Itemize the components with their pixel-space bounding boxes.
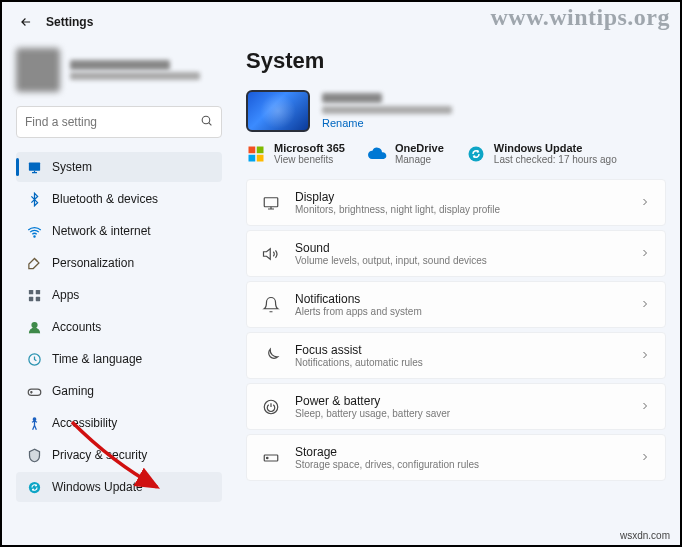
svg-rect-17 (264, 197, 278, 206)
watermark-footer: wsxdn.com (620, 530, 670, 541)
sidebar-item-accessibility[interactable]: Accessibility (16, 408, 222, 438)
sidebar-item-windows-update[interactable]: Windows Update (16, 472, 222, 502)
device-image (246, 90, 310, 132)
windows-update-tile-icon (466, 144, 486, 164)
gaming-icon (26, 383, 42, 399)
profile-name (70, 60, 170, 70)
card-sub: Storage space, drives, configuration rul… (295, 459, 625, 470)
svg-point-10 (33, 417, 36, 420)
svg-rect-4 (35, 289, 39, 293)
device-info: Rename (246, 90, 666, 132)
tile-windows-update[interactable]: Windows Update Last checked: 17 hours ag… (466, 142, 617, 165)
card-sound[interactable]: Sound Volume levels, output, input, soun… (246, 230, 666, 277)
tile-title: OneDrive (395, 142, 444, 154)
sidebar-item-personalization[interactable]: Personalization (16, 248, 222, 278)
sidebar-item-apps[interactable]: Apps (16, 280, 222, 310)
network-icon (26, 223, 42, 239)
sidebar-item-label: Network & internet (52, 224, 151, 238)
sidebar: System Bluetooth & devices Network & int… (2, 38, 232, 545)
chevron-right-icon (639, 449, 651, 467)
svg-rect-14 (249, 154, 256, 161)
sidebar-item-label: Accessibility (52, 416, 117, 430)
tile-sub: Manage (395, 154, 444, 165)
card-sub: Monitors, brightness, night light, displ… (295, 204, 625, 215)
tile-microsoft-365[interactable]: Microsoft 365 View benefits (246, 142, 345, 165)
chevron-right-icon (639, 296, 651, 314)
accessibility-icon (26, 415, 42, 431)
privacy-icon (26, 447, 42, 463)
avatar (16, 48, 60, 92)
sidebar-item-system[interactable]: System (16, 152, 222, 182)
svg-rect-6 (35, 296, 39, 300)
card-display[interactable]: Display Monitors, brightness, night ligh… (246, 179, 666, 226)
card-notifications[interactable]: Notifications Alerts from apps and syste… (246, 281, 666, 328)
tile-title: Microsoft 365 (274, 142, 345, 154)
focus-assist-icon (261, 346, 281, 366)
sidebar-item-gaming[interactable]: Gaming (16, 376, 222, 406)
notifications-icon (261, 295, 281, 315)
card-sub: Alerts from apps and system (295, 306, 625, 317)
sidebar-nav: System Bluetooth & devices Network & int… (16, 152, 222, 502)
svg-point-11 (28, 481, 39, 492)
chevron-right-icon (639, 194, 651, 212)
svg-rect-1 (28, 162, 39, 170)
sidebar-item-label: System (52, 160, 92, 174)
power-icon (261, 397, 281, 417)
sidebar-item-label: Gaming (52, 384, 94, 398)
search-box[interactable] (16, 106, 222, 138)
display-icon (261, 193, 281, 213)
sidebar-item-network[interactable]: Network & internet (16, 216, 222, 246)
card-title: Focus assist (295, 343, 625, 357)
chevron-right-icon (639, 398, 651, 416)
card-title: Sound (295, 241, 625, 255)
sidebar-item-privacy[interactable]: Privacy & security (16, 440, 222, 470)
tile-title: Windows Update (494, 142, 617, 154)
settings-title: Settings (46, 15, 93, 29)
apps-icon (26, 287, 42, 303)
sidebar-item-label: Privacy & security (52, 448, 147, 462)
watermark-text: www.wintips.org (490, 4, 670, 31)
card-focus-assist[interactable]: Focus assist Notifications, automatic ru… (246, 332, 666, 379)
chevron-right-icon (639, 245, 651, 263)
svg-rect-12 (249, 146, 256, 153)
sidebar-item-accounts[interactable]: Accounts (16, 312, 222, 342)
tile-onedrive[interactable]: OneDrive Manage (367, 142, 444, 165)
page-title: System (246, 48, 666, 74)
search-input[interactable] (25, 115, 200, 129)
sidebar-item-label: Time & language (52, 352, 142, 366)
back-button[interactable] (16, 12, 36, 32)
quick-tiles: Microsoft 365 View benefits OneDrive Man… (246, 142, 666, 165)
microsoft-365-icon (246, 144, 266, 164)
sidebar-item-label: Personalization (52, 256, 134, 270)
card-title: Notifications (295, 292, 625, 306)
svg-rect-15 (257, 154, 264, 161)
sidebar-item-label: Apps (52, 288, 79, 302)
sidebar-item-label: Accounts (52, 320, 101, 334)
device-model (322, 106, 452, 114)
accounts-icon (26, 319, 42, 335)
svg-rect-3 (28, 289, 32, 293)
rename-link[interactable]: Rename (322, 117, 452, 129)
bluetooth-icon (26, 191, 42, 207)
main-content: System Rename Microsoft 365 View benefit… (232, 38, 680, 545)
card-storage[interactable]: Storage Storage space, drives, configura… (246, 434, 666, 481)
sidebar-item-label: Bluetooth & devices (52, 192, 158, 206)
settings-cards: Display Monitors, brightness, night ligh… (246, 179, 666, 481)
sound-icon (261, 244, 281, 264)
profile-email (70, 72, 200, 80)
tile-sub: View benefits (274, 154, 345, 165)
storage-icon (261, 448, 281, 468)
chevron-right-icon (639, 347, 651, 365)
onedrive-icon (367, 144, 387, 164)
svg-point-2 (33, 235, 34, 236)
svg-point-7 (32, 322, 37, 327)
card-power-battery[interactable]: Power & battery Sleep, battery usage, ba… (246, 383, 666, 430)
svg-rect-13 (257, 146, 264, 153)
profile-block[interactable] (16, 44, 222, 106)
sidebar-item-bluetooth[interactable]: Bluetooth & devices (16, 184, 222, 214)
sidebar-item-label: Windows Update (52, 480, 143, 494)
sidebar-item-time-language[interactable]: Time & language (16, 344, 222, 374)
card-title: Storage (295, 445, 625, 459)
system-icon (26, 159, 42, 175)
search-icon (200, 113, 213, 131)
